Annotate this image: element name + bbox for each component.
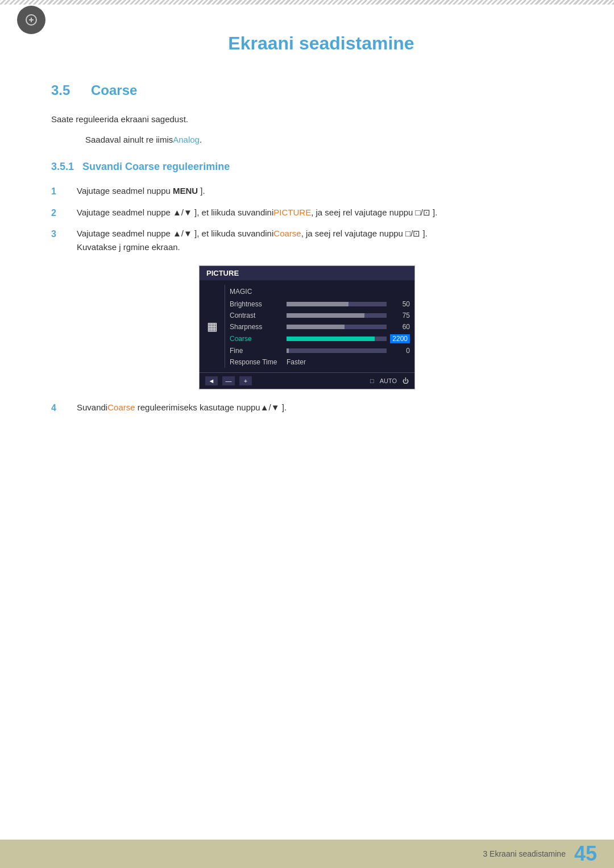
osd-row-magic: MAGIC xyxy=(230,285,410,298)
osd-menu: MAGIC Brightness 50 Contrast xyxy=(225,285,414,368)
osd-row-brightness: Brightness 50 xyxy=(230,298,410,310)
osd-header: PICTURE xyxy=(200,266,414,280)
osd-row-coarse: Coarse 2200 xyxy=(230,333,410,345)
page-title: Ekraani seadistamine xyxy=(80,16,563,82)
osd-row-response: Response Time Faster xyxy=(230,356,410,368)
step-2: 2 Vajutage seadmel nuppe ▲/▼ ], et liiku… xyxy=(51,206,563,221)
osd-row-sharpness: Sharpness 60 xyxy=(230,321,410,333)
subsection-number: 3.5.1 xyxy=(51,161,74,173)
top-stripe xyxy=(0,0,614,5)
section-heading: 3.5 Coarse xyxy=(51,82,563,98)
osd-screenshot: PICTURE ▦ MAGIC Brightness 50 xyxy=(199,265,415,389)
osd-plus-icon: + xyxy=(239,376,252,385)
osd-monitor-icon: □ xyxy=(370,377,374,384)
note-text: Saadaval ainult re iimisAnalog. xyxy=(85,133,563,147)
osd-footer-icons-right: □ AUTO ⏻ xyxy=(370,377,409,384)
osd-footer-icons-left: ◄ — + xyxy=(205,376,252,385)
osd-sidebar: ▦ xyxy=(200,285,225,368)
osd-sidebar-icon: ▦ xyxy=(207,319,218,333)
footer-bar: 3 Ekraani seadistamine 45 xyxy=(0,840,614,868)
osd-auto-label: AUTO xyxy=(380,377,397,384)
osd-back-icon: ◄ xyxy=(205,376,218,385)
footer-chapter: 3 Ekraani seadistamine xyxy=(483,849,566,858)
section-title: Coarse xyxy=(91,82,137,98)
steps-list: 1 Vajutage seadmel nuppu MENU ]. 2 Vajut… xyxy=(51,184,563,254)
steps-list-2: 4 SuvandiCoarse reguleerimiseks kasutage… xyxy=(51,401,563,416)
subsection-heading: 3.5.1 Suvandi Coarse reguleerimine xyxy=(51,161,563,173)
osd-minus-icon: — xyxy=(222,376,235,385)
step-1: 1 Vajutage seadmel nuppu MENU ]. xyxy=(51,184,563,199)
subsection-title: Suvandi Coarse reguleerimine xyxy=(82,161,230,173)
step-4: 4 SuvandiCoarse reguleerimiseks kasutage… xyxy=(51,401,563,416)
osd-footer: ◄ — + □ AUTO ⏻ xyxy=(200,372,414,389)
chapter-icon xyxy=(17,6,45,34)
section-number: 3.5 xyxy=(51,82,80,98)
intro-text: Saate reguleerida ekraani sagedust. xyxy=(51,113,563,126)
osd-power-icon: ⏻ xyxy=(403,377,409,384)
footer-page: 45 xyxy=(574,842,597,866)
step-3: 3 Vajutage seadmel nuppe ▲/▼ ], et liiku… xyxy=(51,227,563,254)
osd-row-fine: Fine 0 xyxy=(230,345,410,356)
osd-row-contrast: Contrast 75 xyxy=(230,310,410,321)
